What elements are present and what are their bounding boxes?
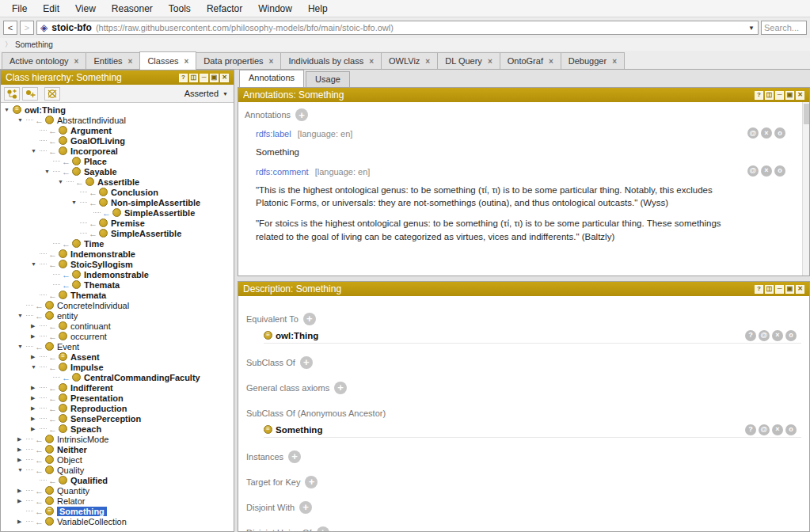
main-tab[interactable]: OWLViz × (381, 52, 438, 69)
annotations-scrollbar[interactable] (802, 102, 809, 276)
class-label[interactable]: AbstractIndividual (57, 116, 126, 125)
tree-row[interactable]: ▶ ← Indifferent (1, 382, 234, 393)
expand-toggle-icon[interactable]: ▼ (31, 261, 40, 267)
class-label[interactable]: Conclusion (111, 188, 158, 197)
close-icon[interactable]: ✕ (796, 91, 804, 100)
dropdown-caret-icon[interactable]: ▼ (748, 25, 755, 32)
help-icon[interactable]: ? (179, 74, 188, 82)
expand-toggle-icon[interactable]: ▶ (17, 498, 26, 504)
expand-toggle-icon[interactable]: ▼ (31, 148, 40, 154)
class-label[interactable]: Indemonstrable (84, 270, 149, 279)
help-icon[interactable]: ? (755, 285, 763, 294)
tab-close-icon[interactable]: × (369, 57, 374, 66)
tab-close-icon[interactable]: × (128, 57, 133, 66)
delete-icon[interactable]: × (761, 127, 772, 139)
class-label[interactable]: SensePerception (70, 414, 141, 424)
main-tab[interactable]: OntoGraf × (500, 52, 561, 69)
class-label[interactable]: continuant (70, 321, 111, 331)
class-label[interactable]: entity (57, 311, 78, 321)
delete-icon[interactable]: × (772, 330, 783, 341)
hierarchy-view-dropdown[interactable]: Asserted ▼ (184, 89, 230, 98)
class-label[interactable]: Place (84, 157, 107, 166)
class-label[interactable]: owl:Thing (25, 105, 66, 115)
tree-row[interactable]: ▼ ← Incorporeal (1, 146, 234, 156)
main-tab[interactable]: Debugger × (561, 52, 625, 69)
tree-row[interactable]: ← Premise (1, 218, 234, 228)
add-icon[interactable]: + (303, 313, 316, 325)
tab-close-icon[interactable]: × (269, 57, 274, 66)
tree-row[interactable]: ▼ owl:Thing (1, 104, 234, 115)
float-icon[interactable]: ◫ (189, 74, 198, 82)
class-label[interactable]: SimpleAssertible (111, 229, 181, 238)
expand-toggle-icon[interactable]: ▼ (58, 179, 67, 184)
tree-row[interactable]: ▼ ← Sayable (1, 166, 234, 177)
tab-close-icon[interactable]: × (184, 57, 189, 66)
delete-icon[interactable]: × (772, 424, 783, 435)
close-icon[interactable]: ✕ (220, 74, 229, 82)
class-label[interactable]: SimpleAssertible (124, 208, 195, 218)
annotate-icon[interactable]: @ (747, 127, 759, 139)
tab-close-icon[interactable]: × (74, 57, 79, 66)
add-sibling-class-button[interactable] (22, 87, 38, 101)
tree-row[interactable]: ← Place (1, 156, 234, 166)
class-label[interactable]: Indifferent (70, 383, 113, 393)
expand-toggle-icon[interactable]: ▶ (31, 416, 40, 421)
annotate-icon[interactable]: @ (759, 424, 770, 435)
menu-item[interactable]: View (68, 2, 103, 16)
tree-row[interactable]: ← Argument (1, 125, 234, 135)
tree-row[interactable]: ▶ ← Assent (1, 352, 234, 362)
add-icon[interactable]: + (317, 526, 329, 532)
class-expression-row[interactable]: Something ?@×o (264, 422, 801, 438)
add-icon[interactable]: + (305, 476, 318, 488)
tree-row[interactable]: ← Themata (1, 290, 234, 300)
maximize-icon[interactable]: ▣ (785, 285, 794, 294)
tree-row[interactable]: ▶ ← occurrent (1, 331, 234, 341)
expand-toggle-icon[interactable]: ▶ (31, 426, 40, 431)
expand-toggle-icon[interactable]: ▼ (17, 467, 26, 473)
class-label[interactable]: Quantity (57, 486, 89, 496)
tree-row[interactable]: ▶ ← Relator (1, 496, 234, 506)
expand-toggle-icon[interactable]: ▶ (31, 405, 40, 411)
main-tab[interactable]: DL Query × (437, 52, 500, 69)
class-label[interactable]: Time (84, 239, 104, 249)
tree-row[interactable]: ▼ ← Impulse (1, 362, 234, 372)
tree-row[interactable]: ← Something (1, 506, 234, 516)
tree-row[interactable]: ▶ ← VariableCollection (1, 516, 234, 526)
add-icon[interactable]: + (334, 382, 347, 394)
class-label[interactable]: Neither (57, 445, 87, 454)
class-label[interactable]: Object (57, 455, 82, 465)
menu-item[interactable]: Refactor (200, 2, 249, 16)
explain-icon[interactable]: ? (745, 330, 756, 341)
annotation-value[interactable]: "This is the highest ontological genus: … (256, 184, 793, 244)
tree-row[interactable]: ▼ ← StoicSyllogism (1, 259, 234, 269)
tree-row[interactable]: ▶ ← Presentation (1, 393, 234, 403)
tab-close-icon[interactable]: × (425, 57, 430, 66)
class-label[interactable]: Premise (111, 218, 145, 228)
class-label[interactable]: IntrinsicMode (57, 435, 108, 444)
maximize-icon[interactable]: ▣ (210, 74, 219, 82)
menu-item[interactable]: Edit (36, 2, 67, 16)
minimize-icon[interactable]: ─ (775, 91, 784, 100)
tree-row[interactable]: ← ConcreteIndividual (1, 300, 234, 310)
tree-row[interactable]: ▼ ← Event (1, 341, 234, 352)
class-label[interactable]: Argument (70, 126, 112, 135)
main-tab[interactable]: Active ontology × (2, 52, 86, 69)
tab-close-icon[interactable]: × (488, 57, 492, 66)
tree-row[interactable]: ▶ ← Neither (1, 444, 234, 454)
tree-row[interactable]: ← Qualified (1, 475, 234, 485)
tree-row[interactable]: ← GoalOfLiving (1, 135, 234, 146)
menu-item[interactable]: Window (251, 2, 299, 16)
class-label[interactable]: Relator (57, 496, 85, 506)
expand-toggle-icon[interactable]: ▼ (17, 117, 26, 123)
class-label[interactable]: StoicSyllogism (70, 260, 133, 269)
expand-toggle-icon[interactable]: ▶ (17, 436, 26, 442)
tab-close-icon[interactable]: × (549, 57, 553, 66)
class-label[interactable]: Presentation (70, 393, 124, 403)
menu-item[interactable]: Reasoner (105, 2, 160, 16)
tree-row[interactable]: ← Indemonstrable (1, 269, 234, 279)
expand-toggle-icon[interactable]: ▶ (17, 519, 26, 524)
delete-class-button[interactable] (44, 87, 60, 101)
float-icon[interactable]: ◫ (765, 91, 774, 100)
delete-icon[interactable]: × (761, 165, 772, 177)
maximize-icon[interactable]: ▣ (785, 91, 794, 100)
